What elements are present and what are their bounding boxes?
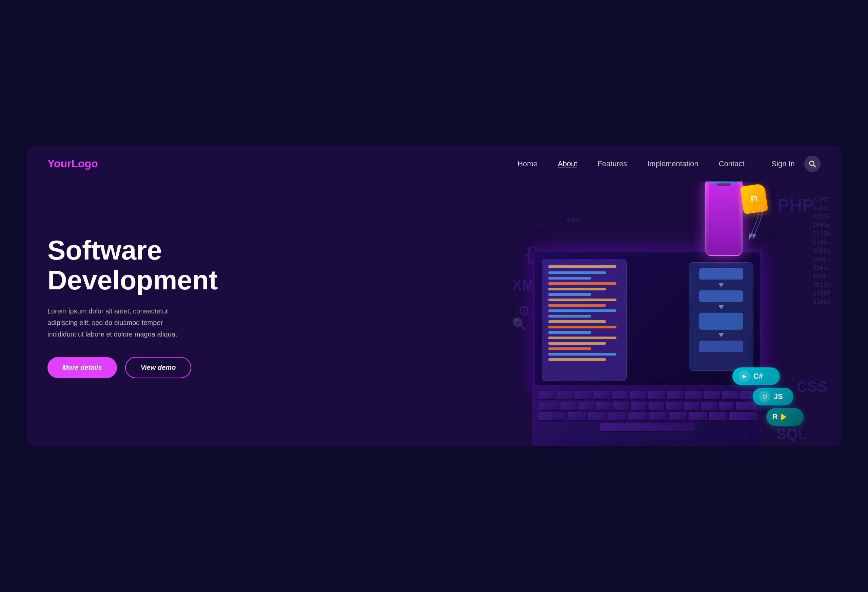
isometric-illustration: PHP XML CSS SQL {} *** 01001110100011010…	[492, 182, 841, 446]
nav-link-implementation[interactable]: Implementation	[647, 160, 698, 168]
file-icon: FI	[740, 183, 768, 214]
hero-section: Software Development Lorem ipsum dolor s…	[27, 182, 841, 446]
nav-right: Sign In	[772, 156, 821, 172]
hero-buttons: More details View demo	[47, 357, 224, 378]
bg-label-php: PHP	[778, 195, 814, 215]
flow-box-3	[699, 313, 743, 330]
bg-label-css: CSS	[797, 378, 827, 395]
nav-link-about[interactable]: About	[558, 160, 577, 168]
bg-label-asterisk: ***	[566, 215, 580, 230]
bg-label-sql: SQL	[776, 426, 807, 443]
laptop-screen	[532, 249, 763, 392]
r-play-icon	[781, 414, 787, 420]
search-icon	[809, 160, 816, 167]
csharp-icon: ▶	[738, 370, 750, 382]
flow-arrow-2	[719, 305, 724, 309]
nav-item-about[interactable]: About	[558, 160, 577, 168]
nav-link-contact[interactable]: Contact	[719, 160, 745, 168]
logo[interactable]: YourLogo	[47, 157, 98, 170]
flow-box-4	[699, 340, 743, 352]
hero-content: Software Development Lorem ipsum dolor s…	[47, 235, 224, 378]
search-button[interactable]	[804, 156, 821, 172]
csharp-tag: ▶ C#	[732, 367, 780, 385]
nav-links: Home About Features Implementation Conta…	[517, 160, 744, 168]
svg-line-1	[813, 165, 815, 167]
js-label: JS	[774, 392, 783, 401]
more-details-button[interactable]: More details	[47, 357, 117, 378]
laptop-keyboard	[532, 385, 763, 446]
nav-link-features[interactable]: Features	[598, 160, 627, 168]
r-tag: R	[766, 408, 804, 426]
code-panel	[542, 259, 627, 381]
bg-search-icon: 🔍	[512, 317, 527, 332]
phone-device	[705, 182, 743, 256]
phone-top-bar	[709, 182, 739, 182]
phone-screen	[709, 182, 739, 252]
binary-background: 0100111010001101001001100 11001001011001…	[812, 195, 831, 306]
arrow-connector	[743, 202, 776, 243]
flow-box-1	[699, 268, 743, 280]
phone-notch	[717, 183, 731, 186]
bg-label-braces: {}	[526, 243, 540, 265]
r-label: R	[772, 413, 778, 421]
nav-item-features[interactable]: Features	[598, 160, 627, 168]
nav-item-home[interactable]: Home	[517, 160, 537, 168]
hero-title: Software Development	[47, 235, 224, 295]
flow-arrow-1	[719, 283, 724, 287]
flow-box-2	[699, 290, 743, 302]
nav-link-home[interactable]: Home	[517, 160, 537, 168]
js-tag: ⬡ JS	[753, 388, 793, 406]
laptop-container	[509, 287, 787, 446]
flowchart-panel	[689, 262, 753, 371]
bg-gear-icon: ⚙	[519, 300, 529, 320]
nav-item-implementation[interactable]: Implementation	[647, 160, 698, 168]
navbar: YourLogo Home About Features Implementat…	[27, 146, 841, 182]
csharp-label: C#	[753, 372, 763, 380]
page-wrapper: YourLogo Home About Features Implementat…	[27, 146, 841, 446]
js-icon: ⬡	[759, 391, 771, 403]
bg-label-xml: XML	[512, 277, 543, 293]
hero-description: Lorem ipsum dolor sit amet, consectetur …	[47, 305, 190, 340]
flow-arrow-3	[719, 333, 724, 337]
sign-in-link[interactable]: Sign In	[772, 160, 795, 168]
nav-item-contact[interactable]: Contact	[719, 160, 745, 168]
view-demo-button[interactable]: View demo	[125, 357, 192, 378]
